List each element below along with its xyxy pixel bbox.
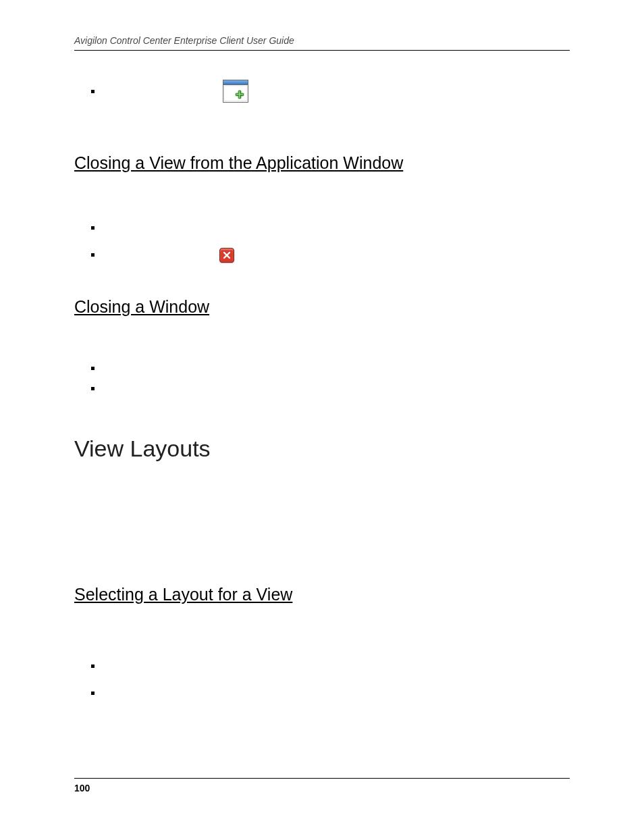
list-item	[91, 653, 570, 680]
list-item	[91, 78, 570, 105]
section-selecting-layout: Selecting a Layout for a View	[74, 583, 570, 707]
running-header: Avigilon Control Center Enterprise Clien…	[74, 35, 570, 51]
page-footer: 100	[74, 778, 570, 793]
svg-rect-0	[223, 80, 248, 85]
bullet-icon	[91, 90, 95, 93]
heading-closing-view: Closing a View from the Application Wind…	[74, 152, 570, 174]
list-item	[91, 680, 570, 707]
list-item	[91, 378, 570, 398]
add-view-icon	[223, 80, 248, 103]
section-closing-window: Closing a Window	[74, 296, 570, 399]
page: Avigilon Control Center Enterprise Clien…	[0, 0, 644, 834]
heading-closing-window: Closing a Window	[74, 296, 570, 318]
list-item	[91, 215, 570, 242]
list-item	[91, 242, 570, 269]
bullet-icon	[91, 664, 95, 668]
close-tab-icon	[219, 248, 234, 263]
bullet-icon	[91, 367, 95, 370]
bullet-icon	[91, 387, 95, 390]
bullet-icon	[91, 253, 95, 257]
bullet-icon	[91, 226, 95, 230]
heading-selecting-layout: Selecting a Layout for a View	[74, 583, 570, 606]
page-number: 100	[74, 783, 90, 793]
heading-view-layouts: View Layouts	[74, 436, 570, 462]
list-item	[91, 358, 570, 378]
svg-rect-6	[239, 91, 240, 98]
bullet-icon	[91, 692, 95, 695]
section-closing-view: Closing a View from the Application Wind…	[74, 152, 570, 269]
